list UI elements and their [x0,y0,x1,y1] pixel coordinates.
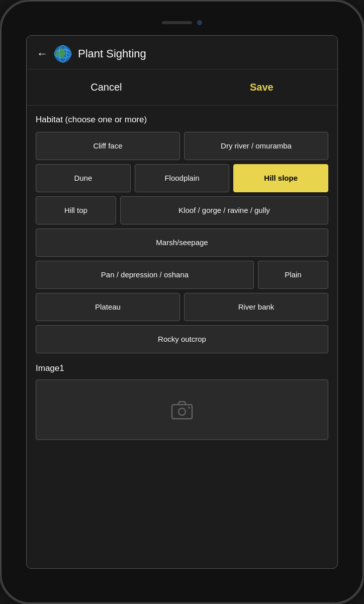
habitat-section-label: Habitat (choose one or more) [36,115,328,125]
habitat-row-5: Pan / depression / oshana Plain [36,261,328,289]
speaker-grille [162,21,192,24]
svg-point-5 [188,407,190,409]
habitat-btn-river-bank[interactable]: River bank [184,293,328,321]
camera-icon [170,398,194,422]
image-section-label: Image1 [36,363,328,373]
action-bar: Cancel Save [27,69,337,106]
image-upload-box[interactable] [36,380,328,440]
habitat-btn-marsh[interactable]: Marsh/seepage [36,229,328,257]
habitat-btn-cliff-face[interactable]: Cliff face [36,132,180,160]
back-button[interactable]: ← [37,47,48,60]
habitat-row-4: Marsh/seepage [36,229,328,257]
habitat-row-6: Plateau River bank [36,293,328,321]
habitat-btn-rocky-outcrop[interactable]: Rocky outcrop [36,325,328,353]
app-title: Plant Sighting [78,47,146,60]
cancel-button[interactable]: Cancel [75,78,137,97]
habitat-btn-plateau[interactable]: Plateau [36,293,180,321]
image-section: Image1 [36,363,328,440]
habitat-btn-hill-top[interactable]: Hill top [36,196,116,224]
habitat-row-3: Hill top Kloof / gorge / ravine / gully [36,196,328,224]
app-header: ← Plant Sighting [27,36,337,69]
habitat-row-1: Cliff face Dry river / omuramba [36,132,328,160]
habitat-btn-hill-slope[interactable]: Hill slope [233,164,328,192]
habitat-btn-pan[interactable]: Pan / depression / oshana [36,261,254,289]
habitat-row-7: Rocky outcrop [36,325,328,353]
habitat-row-2: Dune Floodplain Hill slope [36,164,328,192]
notch-area [162,20,202,25]
habitat-grid: Cliff face Dry river / omuramba Dune Flo… [36,132,328,353]
habitat-btn-dry-river[interactable]: Dry river / omuramba [184,132,328,160]
save-button[interactable]: Save [235,78,289,97]
front-camera [197,20,202,25]
globe-icon [54,45,72,63]
phone-screen: ← Plant Sighting Cancel [26,35,338,569]
phone-frame: ← Plant Sighting Cancel [0,0,364,604]
habitat-btn-kloof[interactable]: Kloof / gorge / ravine / gully [120,196,328,224]
scroll-content[interactable]: Habitat (choose one or more) Cliff face … [27,106,337,569]
habitat-btn-dune[interactable]: Dune [36,164,131,192]
svg-point-4 [178,408,186,415]
habitat-btn-plain[interactable]: Plain [258,261,328,289]
habitat-btn-floodplain[interactable]: Floodplain [135,164,230,192]
